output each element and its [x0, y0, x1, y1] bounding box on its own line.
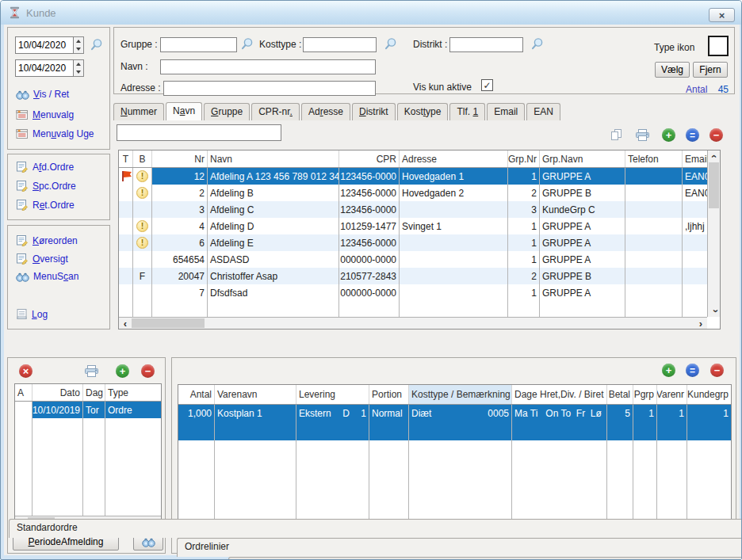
- col-header-t: T: [119, 150, 133, 167]
- cell-telefon: [625, 268, 683, 284]
- binoculars-icon: [16, 89, 29, 100]
- flag-icon: [121, 171, 130, 181]
- date-to-spinner[interactable]: [74, 59, 84, 77]
- kosttype-input[interactable]: [303, 37, 377, 52]
- gruppe-search-icon[interactable]: [240, 37, 254, 51]
- add-icon[interactable]: [662, 128, 675, 142]
- cell-cpr: 123456-0000: [339, 168, 400, 185]
- ordrelinier-header: Antal Varenavn Levering Portion Kosttype…: [178, 385, 731, 405]
- distrikt-input[interactable]: [449, 37, 523, 52]
- tab-navn[interactable]: Navn: [166, 102, 202, 120]
- tab-tlf-1[interactable]: Tlf. 1: [449, 103, 485, 120]
- vis-kun-aktive-label: Vis kun aktive: [413, 82, 472, 93]
- cell-t: [119, 234, 133, 251]
- date-to-input[interactable]: [15, 59, 74, 77]
- cell-navn: Afdeling B: [208, 185, 339, 201]
- tab-standardordre[interactable]: Standardordre: [9, 519, 742, 538]
- vaelg-button[interactable]: Vælg: [655, 62, 690, 78]
- close-button[interactable]: ×: [709, 8, 735, 22]
- remove-icon[interactable]: [141, 364, 155, 378]
- equal-icon[interactable]: [686, 128, 699, 142]
- table-row[interactable]: F20047Christoffer Asap210577-28432GRUPPE…: [119, 268, 707, 284]
- vis-kun-aktive-checkbox[interactable]: [481, 79, 493, 91]
- sidebar-item-ret-ordre[interactable]: Ret.Ordre: [16, 199, 75, 211]
- sidebar-item-menuvalg-uge[interactable]: Menuvalg Uge: [16, 128, 94, 139]
- scrollbar-thumb[interactable]: [132, 318, 205, 328]
- cell-t: [119, 185, 133, 201]
- date-search-icon[interactable]: [90, 38, 103, 51]
- fjern-button[interactable]: Fjern: [693, 62, 728, 78]
- cell-email: [683, 268, 707, 284]
- cell-antal: 1,000: [178, 405, 215, 440]
- cell-adresse: [400, 284, 508, 301]
- tab-distrikt[interactable]: Distrikt: [352, 103, 396, 120]
- distrikt-label: Distrikt :: [413, 39, 447, 50]
- adresse-input[interactable]: [163, 81, 376, 96]
- cell-nr: 20047: [152, 268, 208, 284]
- spinner-up-icon[interactable]: [74, 37, 83, 45]
- scrollbar-thumb[interactable]: [709, 162, 719, 208]
- tab-ordretekst[interactable]: Ordretekst: [228, 557, 742, 560]
- navn-input[interactable]: [160, 59, 376, 74]
- table-row[interactable]: 3Afdeling C123456-00003KundeGrp C: [119, 201, 707, 218]
- spinner-down-icon[interactable]: [74, 68, 83, 76]
- tab-nummer[interactable]: Nummer: [113, 103, 164, 120]
- tab-kosttype[interactable]: Kosttype: [397, 103, 449, 120]
- tab-gruppe[interactable]: Gruppe: [204, 103, 250, 120]
- copy-icon[interactable]: [610, 128, 623, 141]
- cell-navn: Afdeling C: [208, 201, 339, 218]
- sidebar-item-afd-ordre[interactable]: Afd.Ordre: [16, 161, 74, 173]
- tab-adresse[interactable]: Adresse: [301, 103, 350, 120]
- remove-icon[interactable]: [709, 128, 723, 142]
- printer-icon[interactable]: [635, 128, 650, 142]
- sidebar-item-koereorden[interactable]: Køreorden: [16, 234, 78, 246]
- table-row[interactable]: !6Afdeling E123456-00001GRUPPE A: [119, 234, 707, 251]
- sidebar-item-log[interactable]: Log: [16, 308, 48, 320]
- spinner-down-icon[interactable]: [74, 45, 83, 53]
- scroll-up-icon[interactable]: [708, 150, 721, 162]
- tab-ean[interactable]: EAN: [526, 103, 560, 120]
- scroll-right-icon[interactable]: [694, 318, 707, 330]
- cell-grpnr: 1: [508, 168, 540, 185]
- cell-email: ,ljhhj: [683, 218, 707, 234]
- delete-x-icon[interactable]: [19, 364, 33, 378]
- col-header-email: Email: [683, 150, 707, 167]
- equal-icon[interactable]: [686, 364, 699, 377]
- table-row[interactable]: 10/10/2019 Tor Ordre: [15, 402, 161, 418]
- table-row[interactable]: !4Afdeling D101259-1477Svinget 11GRUPPE …: [119, 218, 707, 234]
- distrikt-search-icon[interactable]: [530, 37, 544, 51]
- scroll-left-icon[interactable]: [119, 318, 132, 330]
- tab-cpr-nr[interactable]: CPR-nr.: [251, 103, 300, 120]
- table-row[interactable]: !2Afdeling B123456-0000Hovedgaden 22GRUP…: [119, 185, 707, 201]
- scroll-down-icon[interactable]: [708, 305, 721, 317]
- date-from-input[interactable]: [15, 36, 74, 54]
- sidebar-item-label: Afd.Ordre: [33, 162, 74, 173]
- sidebar-item-menuvalg[interactable]: Menuvalg: [16, 109, 74, 120]
- remove-icon[interactable]: [710, 364, 724, 377]
- cell-t: [119, 218, 133, 234]
- customer-search-input[interactable]: [117, 124, 281, 141]
- cell-levering: EksternD1: [296, 405, 369, 440]
- tab-email[interactable]: Email: [487, 103, 525, 120]
- add-icon[interactable]: [662, 364, 675, 377]
- cell-email: [683, 284, 707, 301]
- sidebar-item-spc-ordre[interactable]: Spc.Ordre: [16, 180, 76, 192]
- date-from-spinner[interactable]: [74, 36, 84, 54]
- add-icon[interactable]: [116, 364, 129, 378]
- table-row[interactable]: 1,000 Kostplan 1 EksternD1 Normal Diæt00…: [178, 405, 731, 440]
- calendar-icon: [16, 109, 29, 120]
- tab-ordrelinier[interactable]: Ordrelinier: [177, 538, 742, 557]
- sidebar-item-menuscan[interactable]: MenuScan: [16, 271, 78, 282]
- sidebar-item-oversigt[interactable]: Oversigt: [16, 253, 68, 265]
- table-row[interactable]: 654654ASDASD000000-00001GRUPPE A: [119, 251, 707, 268]
- gruppe-input[interactable]: [160, 37, 237, 52]
- kosttype-search-icon[interactable]: [384, 37, 397, 51]
- spinner-up-icon[interactable]: [74, 60, 83, 68]
- table-row[interactable]: !12Afdeling A 123 456 789 012 345 612345…: [119, 168, 707, 185]
- cell-b: [133, 284, 152, 301]
- table-row[interactable]: 7Dfsdfsad000000-00001GRUPPE A: [119, 284, 707, 301]
- printer-icon[interactable]: [84, 364, 99, 378]
- cell-email: [683, 201, 707, 218]
- sidebar-item-vis-ret[interactable]: Vis / Ret: [16, 89, 69, 100]
- cell-navn: Afdeling E: [208, 234, 339, 251]
